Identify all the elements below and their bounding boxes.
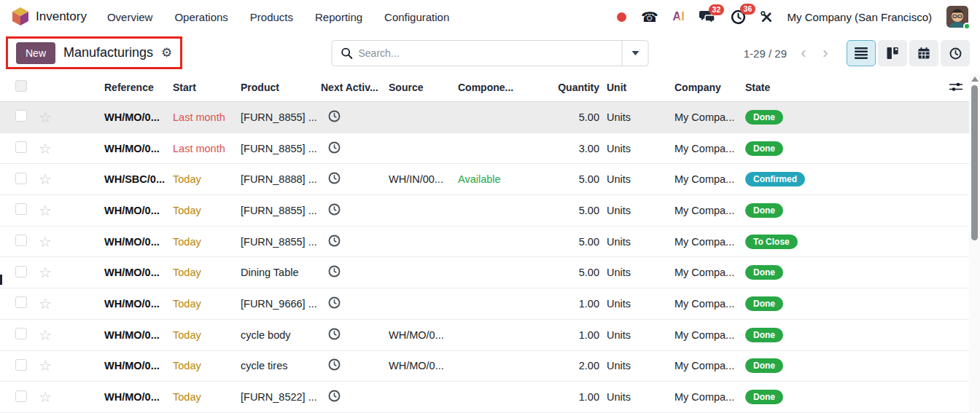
next-activity-clock-icon[interactable] [328, 390, 341, 402]
menu-products[interactable]: Products [250, 11, 293, 23]
favorite-star-icon[interactable]: ☆ [39, 110, 52, 125]
header-component[interactable]: Compone... [456, 82, 540, 93]
activities-clock-icon[interactable]: 36 [731, 9, 746, 25]
next-activity-clock-icon[interactable] [328, 110, 341, 122]
optional-columns-icon[interactable] [949, 82, 962, 93]
next-activity-clock-icon[interactable] [328, 358, 341, 371]
list-view: Reference Start Product Next Activ... So… [0, 73, 980, 413]
scroll-up-arrow-icon[interactable] [971, 76, 979, 82]
tools-icon[interactable] [761, 11, 773, 23]
gear-icon[interactable]: ⚙ [161, 47, 172, 59]
next-activity-clock-icon[interactable] [328, 296, 341, 309]
new-button[interactable]: New [16, 42, 55, 64]
row-checkbox[interactable] [15, 390, 27, 402]
cell-reference: WH/MO/0... [102, 143, 171, 154]
header-state[interactable]: State [738, 82, 940, 93]
calendar-view-button[interactable] [909, 40, 938, 66]
cell-reference: WH/MO/0... [102, 298, 171, 310]
cell-quantity: 5.00 [540, 267, 599, 278]
favorite-star-icon[interactable]: ☆ [39, 203, 52, 218]
table-row[interactable]: ☆ WH/MO/0... Last month [FURN_8855] ... … [0, 102, 969, 133]
favorite-star-icon[interactable]: ☆ [39, 172, 52, 186]
header-next-activity[interactable]: Next Activ... [319, 82, 386, 93]
vertical-scrollbar[interactable] [969, 73, 980, 413]
table-row[interactable]: ☆ WH/SBC/0... Today [FURN_8888] ... WH/I… [0, 164, 969, 195]
header-reference[interactable]: Reference [102, 82, 171, 93]
row-checkbox[interactable] [15, 296, 27, 308]
table-row[interactable]: ☆ WH/MO/0... Today cycle tires WH/MO/0..… [0, 351, 969, 382]
table-row[interactable]: ☆ WH/MO/0... Today [FURN_8855] ... 5.00 … [0, 227, 969, 258]
next-activity-clock-icon[interactable] [328, 172, 341, 184]
next-activity-clock-icon[interactable] [328, 265, 341, 278]
favorite-star-icon[interactable]: ☆ [39, 296, 52, 311]
next-activity-clock-icon[interactable] [328, 141, 341, 154]
cell-reference: WH/MO/0... [102, 329, 171, 341]
messages-badge: 32 [709, 4, 725, 15]
cell-company: My Compa... [667, 329, 738, 341]
cell-product: [FURN_8522] ... [238, 391, 319, 403]
pager-previous-button[interactable]: ‹ [793, 41, 814, 66]
search-dropdown-toggle[interactable] [622, 41, 648, 66]
cell-unit: Units [599, 391, 667, 403]
table-row[interactable]: ☆ WH/MO/0... Today [FURN_8855] ... 5.00 … [0, 195, 969, 227]
favorite-star-icon[interactable]: ☆ [39, 390, 52, 404]
favorite-star-icon[interactable]: ☆ [39, 235, 52, 249]
header-quantity[interactable]: Quantity [540, 82, 599, 93]
row-checkbox[interactable] [15, 266, 27, 278]
menu-overview[interactable]: Overview [107, 11, 153, 23]
list-view-button[interactable] [847, 40, 876, 66]
favorite-star-icon[interactable]: ☆ [39, 358, 52, 373]
cell-unit: Units [599, 143, 667, 154]
table-row[interactable]: ☆ WH/MO/0... Today Dining Table 5.00 Uni… [0, 257, 969, 288]
row-checkbox[interactable] [15, 203, 27, 215]
menu-operations[interactable]: Operations [174, 11, 228, 23]
messages-icon[interactable]: 32 [699, 10, 716, 23]
menu-configuration[interactable]: Configuration [384, 11, 449, 23]
scrollbar-thumb[interactable] [971, 85, 978, 240]
records-table: Reference Start Product Next Activ... So… [0, 73, 969, 413]
row-checkbox[interactable] [15, 110, 27, 122]
row-checkbox[interactable] [15, 173, 27, 184]
cell-unit: Units [599, 111, 667, 123]
select-all-checkbox[interactable] [15, 80, 27, 92]
header-source[interactable]: Source [386, 82, 456, 93]
next-activity-clock-icon[interactable] [328, 203, 341, 216]
cell-unit: Units [599, 329, 667, 341]
header-start[interactable]: Start [171, 82, 238, 93]
table-row[interactable]: ☆ WH/MO/0... Today [FURN_8522] ... 1.00 … [0, 382, 969, 413]
cell-reference: WH/MO/0... [102, 236, 171, 248]
cell-reference: WH/MO/0... [102, 391, 171, 403]
table-row[interactable]: ☆ WH/MO/0... Last month [FURN_8855] ... … [0, 133, 969, 165]
left-edge-artifact [0, 275, 2, 285]
cell-product: [FURN_8855] ... [238, 111, 319, 123]
activity-view-button[interactable] [941, 40, 970, 66]
odoo-cube-logo-icon [12, 7, 29, 26]
next-activity-clock-icon[interactable] [328, 328, 341, 340]
favorite-star-icon[interactable]: ☆ [39, 265, 52, 280]
row-checkbox[interactable] [15, 235, 27, 246]
cell-start: Today [171, 173, 238, 185]
favorite-star-icon[interactable]: ☆ [39, 328, 52, 342]
row-checkbox[interactable] [15, 141, 27, 153]
apps-menu-button[interactable]: Inventory [12, 7, 87, 26]
phone-icon[interactable]: ☎ [641, 10, 658, 24]
header-company[interactable]: Company [667, 82, 738, 93]
row-checkbox[interactable] [15, 328, 27, 339]
table-row[interactable]: ☆ WH/MO/0... Today [FURN_9666] ... 1.00 … [0, 288, 969, 320]
kanban-view-button[interactable] [878, 40, 907, 66]
user-avatar[interactable] [946, 6, 968, 28]
header-product[interactable]: Product [238, 82, 319, 93]
menu-reporting[interactable]: Reporting [315, 11, 362, 23]
search-input[interactable] [359, 47, 622, 59]
cell-source: WH/MO/0... [386, 329, 456, 341]
favorite-star-icon[interactable]: ☆ [39, 141, 52, 156]
row-checkbox[interactable] [15, 359, 27, 371]
company-switcher[interactable]: My Company (San Francisco) [788, 11, 932, 23]
ai-icon[interactable]: AI [673, 10, 685, 23]
pager-next-button[interactable]: › [814, 41, 836, 66]
status-badge: To Close [745, 235, 798, 249]
table-row[interactable]: ☆ WH/MO/0... Today cycle body WH/MO/0...… [0, 320, 969, 351]
header-unit[interactable]: Unit [599, 82, 667, 93]
next-activity-clock-icon[interactable] [328, 235, 341, 247]
status-badge: Done [745, 141, 783, 156]
